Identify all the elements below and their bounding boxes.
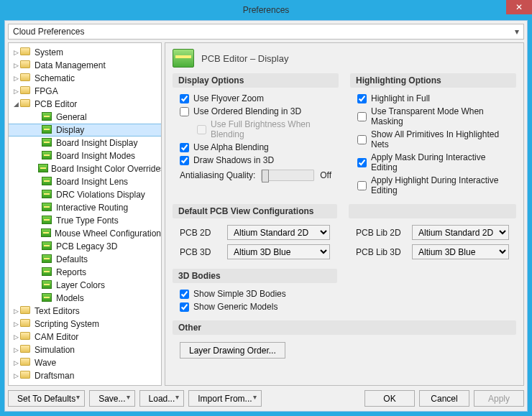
tree-item-fpga[interactable]: ▷FPGA	[9, 85, 161, 98]
opt-show-primitives[interactable]: Show All Primitives In Highlighted Nets	[350, 128, 516, 151]
lbl-antialias: Antialiasing Quality:	[180, 170, 255, 180]
tree-item-layer-colors[interactable]: ▷Layer Colors	[9, 279, 161, 292]
tree-item-label: Board Insight Color Overrides	[51, 164, 162, 174]
tree-item-interactive-routing[interactable]: ▷Interactive Routing	[9, 201, 161, 214]
group-default-view-lib: PCB Lib 2D Altium Standard 2D PCB Lib 3D…	[349, 204, 516, 262]
chk-full-brightness	[197, 125, 206, 134]
group-title-display: Display Options	[173, 73, 339, 88]
chk-alpha-blending[interactable]	[180, 143, 189, 152]
tree-item-board-insight-lens[interactable]: ▷Board Insight Lens	[9, 175, 161, 188]
tree-item-true-type-fonts[interactable]: ▷True Type Fonts	[9, 214, 161, 227]
chevron-right-icon[interactable]: ▷	[12, 372, 20, 379]
chk-highlight-full[interactable]	[357, 94, 367, 103]
layer-drawing-order-button[interactable]: Layer Drawing Order...	[180, 342, 285, 359]
tree-item-draftsman[interactable]: ▷Draftsman	[9, 369, 161, 382]
tree-item-board-insight-display[interactable]: ▷Board Insight Display	[9, 137, 161, 149]
chk-hl-edit[interactable]	[357, 181, 367, 190]
chk-generic-models[interactable]	[180, 302, 189, 312]
load-button[interactable]: Load...	[139, 390, 185, 407]
chk-transparent-mask[interactable]	[357, 112, 367, 121]
chevron-right-icon[interactable]: ▷	[12, 62, 20, 69]
tree-item-text-editors[interactable]: ▷Text Editors	[9, 305, 161, 318]
chevron-right-icon[interactable]: ▷	[12, 75, 20, 82]
lbl-show-primitives: Show All Primitives In Highlighted Nets	[371, 129, 509, 149]
lbl-ordered-blending: Use Ordered Blending in 3D	[193, 106, 301, 116]
chevron-right-icon[interactable]: ▷	[12, 333, 20, 341]
tree-item-mouse-wheel-configuration[interactable]: ▷Mouse Wheel Configuration	[9, 227, 161, 240]
tree-item-board-insight-modes[interactable]: ▷Board Insight Modes	[9, 149, 161, 162]
opt-alpha-blending[interactable]: Use Alpha Blending	[173, 141, 339, 154]
chk-flyover-zoom[interactable]	[180, 94, 189, 103]
tree-item-label: Text Editors	[35, 306, 80, 316]
chevron-right-icon[interactable]: ▷	[12, 49, 20, 56]
tree-item-pcb-legacy-3d[interactable]: ▷PCB Legacy 3D	[9, 240, 161, 253]
row-pcb2d: PCB 2D Altium Standard 2D	[173, 223, 337, 242]
opt-hl-edit[interactable]: Apply Highlight During Interactive Editi…	[350, 174, 516, 197]
tree-item-label: Reports	[56, 267, 86, 277]
tree-item-defaults[interactable]: ▷Defaults	[9, 253, 161, 266]
lbl-full-brightness: Use Full Brightness When Blending	[211, 119, 331, 139]
tree-item-label: True Type Fonts	[56, 216, 119, 226]
opt-simple-bodies[interactable]: Show Simple 3D Bodies	[173, 287, 337, 300]
tree-item-models[interactable]: ▷Models	[9, 292, 161, 305]
opt-ordered-blending[interactable]: Use Ordered Blending in 3D	[173, 105, 339, 118]
chevron-right-icon[interactable]: ▷	[12, 320, 20, 328]
folder-icon	[20, 86, 30, 94]
sel-lib2d[interactable]: Altium Standard 2D	[412, 225, 509, 240]
pcb-page-icon	[42, 177, 52, 185]
chk-draw-shadows[interactable]	[180, 156, 189, 165]
chevron-down-icon[interactable]: ◢	[12, 101, 20, 108]
lbl-draw-shadows: Draw Shadows in 3D	[193, 155, 274, 165]
chevron-right-icon[interactable]: ▷	[12, 308, 20, 315]
chevron-right-icon[interactable]: ▷	[12, 359, 20, 366]
lbl-generic-models: Show Generic Models	[193, 302, 278, 312]
chk-mask-edit[interactable]	[357, 158, 367, 167]
opt-mask-edit[interactable]: Apply Mask During Interactive Editing	[350, 151, 516, 174]
tree-item-cam-editor[interactable]: ▷CAM Editor	[9, 331, 161, 343]
opt-flyover-zoom[interactable]: Use Flyover Zoom	[173, 92, 339, 105]
tree-item-label: Schematic	[35, 73, 75, 83]
chk-show-primitives[interactable]	[357, 135, 367, 144]
chevron-right-icon[interactable]: ▷	[12, 346, 20, 353]
tree-item-label: Scripting System	[35, 319, 99, 329]
close-button[interactable]: ✕	[506, 0, 532, 14]
tree-item-scripting-system[interactable]: ▷Scripting System	[9, 318, 161, 331]
tree-item-pcb-editor[interactable]: ◢PCB Editor	[9, 98, 161, 111]
sel-lib3d[interactable]: Altium 3D Blue	[412, 244, 509, 259]
tree-item-display[interactable]: ▷Display	[9, 124, 161, 137]
antialias-slider[interactable]	[261, 170, 314, 181]
opt-draw-shadows[interactable]: Draw Shadows in 3D	[173, 154, 339, 167]
cancel-button[interactable]: Cancel	[419, 390, 469, 407]
slider-thumb[interactable]	[262, 170, 269, 182]
cloud-preferences-select[interactable]: Cloud Preferences	[8, 24, 524, 40]
tree-item-wave[interactable]: ▷Wave	[9, 356, 161, 369]
sel-pcb2d[interactable]: Altium Standard 2D	[227, 225, 330, 240]
chk-simple-bodies[interactable]	[180, 290, 189, 299]
folder-icon	[20, 47, 30, 55]
save-button[interactable]: Save...	[89, 390, 134, 407]
chevron-right-icon[interactable]: ▷	[12, 88, 20, 95]
pcb-page-icon	[42, 112, 52, 121]
import-from-button[interactable]: Import From...	[188, 390, 261, 407]
chk-ordered-blending[interactable]	[180, 107, 189, 116]
tree-item-schematic[interactable]: ▷Schematic	[9, 72, 161, 85]
tree-item-data-management[interactable]: ▷Data Management	[9, 59, 161, 72]
set-defaults-button[interactable]: Set To Defaults	[8, 390, 85, 407]
tree-item-simulation[interactable]: ▷Simulation	[9, 343, 161, 356]
tree-item-general[interactable]: ▷General	[9, 111, 161, 124]
sel-pcb3d[interactable]: Altium 3D Blue	[227, 244, 330, 259]
ok-button[interactable]: OK	[364, 390, 415, 407]
tree-item-label: Board Insight Lens	[56, 177, 128, 187]
tree-item-drc-violations-display[interactable]: ▷DRC Violations Display	[9, 188, 161, 201]
tree-item-label: Board Insight Modes	[56, 151, 135, 161]
tree-item-reports[interactable]: ▷Reports	[9, 266, 161, 279]
opt-generic-models[interactable]: Show Generic Models	[173, 300, 337, 313]
nav-tree[interactable]: ▷System▷Data Management▷Schematic▷FPGA◢P…	[8, 42, 162, 386]
lbl-highlight-full: Highlight in Full	[371, 93, 430, 103]
tree-item-board-insight-color-overrides[interactable]: ▷Board Insight Color Overrides	[9, 162, 161, 175]
opt-highlight-full[interactable]: Highlight in Full	[350, 92, 516, 105]
apply-button[interactable]: Apply	[474, 390, 524, 407]
opt-transparent-mask[interactable]: Use Transparent Mode When Masking	[350, 105, 516, 128]
group-title-highlight: Highlighting Options	[350, 73, 516, 88]
tree-item-system[interactable]: ▷System	[9, 46, 161, 59]
